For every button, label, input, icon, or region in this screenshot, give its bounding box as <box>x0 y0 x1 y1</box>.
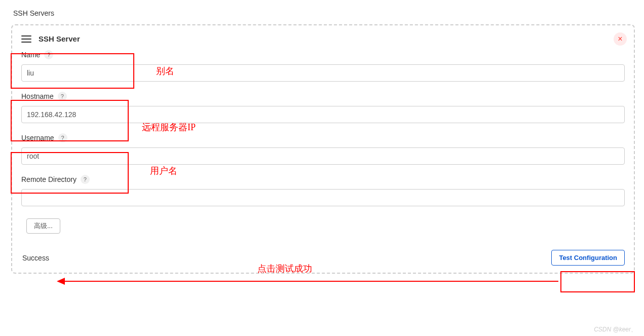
remote-directory-input[interactable] <box>21 189 625 206</box>
field-remote-directory: Remote Directory ? <box>21 175 625 206</box>
help-icon[interactable]: ? <box>58 133 67 142</box>
annotation-box-test-btn <box>560 271 635 292</box>
hamburger-icon[interactable] <box>21 35 31 43</box>
help-icon[interactable]: ? <box>58 92 67 101</box>
advanced-button[interactable]: 高级... <box>26 218 60 234</box>
watermark: CSDN @keer、 <box>594 325 637 334</box>
hostname-input[interactable] <box>21 106 625 123</box>
close-button[interactable]: × <box>614 32 627 46</box>
status-message: Success <box>21 254 49 262</box>
hostname-label: Hostname <box>21 92 54 100</box>
username-input[interactable] <box>21 147 625 165</box>
test-configuration-button[interactable]: Test Configuration <box>551 250 625 266</box>
field-username: Username ? <box>21 133 625 165</box>
name-label: Name <box>21 51 40 59</box>
help-icon[interactable]: ? <box>81 175 90 184</box>
name-input[interactable] <box>21 64 625 82</box>
help-icon[interactable]: ? <box>44 50 53 59</box>
field-name: Name ? <box>21 50 625 82</box>
panel-title: SSH Server <box>39 34 80 43</box>
ssh-server-panel: SSH Server × Name ? Hostname ? Username … <box>11 24 635 274</box>
field-hostname: Hostname ? <box>21 92 625 123</box>
section-title: SSH Servers <box>0 0 644 22</box>
annotation-arrow <box>58 281 558 282</box>
panel-header: SSH Server <box>21 34 625 43</box>
remote-directory-label: Remote Directory <box>21 175 77 183</box>
username-label: Username <box>21 134 54 142</box>
bottom-row: Success Test Configuration <box>21 250 625 266</box>
